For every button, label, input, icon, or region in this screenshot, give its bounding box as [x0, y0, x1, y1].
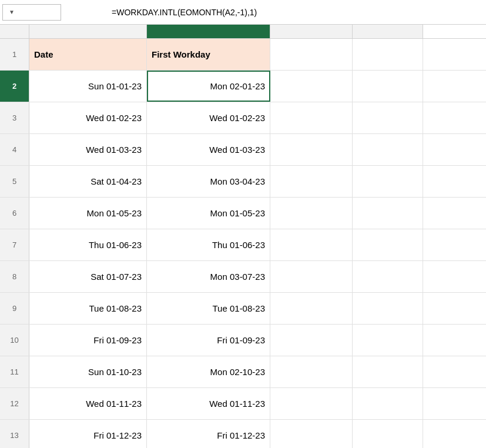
row-number-12: 12	[0, 388, 29, 419]
table-row: 1 Date First Workday	[0, 39, 486, 71]
col-header-d[interactable]	[353, 25, 423, 38]
row-number-4: 4	[0, 134, 29, 165]
cell-c-4[interactable]	[270, 134, 353, 165]
formula-bar-buttons	[65, 6, 106, 19]
cell-d-2[interactable]	[353, 71, 423, 102]
cell-a-13[interactable]: Fri 01-12-23	[29, 420, 147, 448]
cell-d-13[interactable]	[353, 420, 423, 448]
cell-d-9[interactable]	[353, 293, 423, 324]
cell-c-12[interactable]	[270, 388, 353, 419]
cell-c-5[interactable]	[270, 166, 353, 197]
cell-c-6[interactable]	[270, 198, 353, 229]
table-row: 9 Tue 01-08-23 Tue 01-08-23	[0, 293, 486, 325]
column-headers-row	[0, 25, 486, 39]
cell-b-9[interactable]: Tue 01-08-23	[147, 293, 270, 324]
cell-c-7[interactable]	[270, 229, 353, 260]
cell-d-12[interactable]	[353, 388, 423, 419]
cell-b-7[interactable]: Thu 01-06-23	[147, 229, 270, 260]
table-row: 2 Sun 01-01-23 Mon 02-01-23	[0, 71, 486, 102]
cell-d-8[interactable]	[353, 261, 423, 292]
cell-d-11[interactable]	[353, 356, 423, 387]
cell-name-box[interactable]: ▼	[2, 4, 61, 21]
table-row: 12 Wed 01-11-23 Wed 01-11-23	[0, 388, 486, 420]
cell-a-10[interactable]: Fri 01-09-23	[29, 325, 147, 356]
cell-d-3[interactable]	[353, 102, 423, 133]
cell-a-1[interactable]: Date	[29, 39, 147, 70]
table-row: 10 Fri 01-09-23 Fri 01-09-23	[0, 325, 486, 356]
row-number-1: 1	[0, 39, 29, 70]
cell-d-1[interactable]	[353, 39, 423, 70]
cell-a-7[interactable]: Thu 01-06-23	[29, 229, 147, 260]
formula-cancel-button[interactable]	[79, 6, 92, 19]
cell-b-13[interactable]: Fri 01-12-23	[147, 420, 270, 448]
table-row: 5 Sat 01-04-23 Mon 03-04-23	[0, 166, 486, 198]
col-header-a[interactable]	[29, 25, 147, 38]
cell-d-6[interactable]	[353, 198, 423, 229]
table-row: 11 Sun 01-10-23 Mon 02-10-23	[0, 356, 486, 388]
cell-a-2[interactable]: Sun 01-01-23	[29, 71, 147, 102]
cell-b-3[interactable]: Wed 01-02-23	[147, 102, 270, 133]
cell-b-2[interactable]: Mon 02-01-23	[147, 71, 270, 102]
cell-c-9[interactable]	[270, 293, 353, 324]
cell-a-5[interactable]: Sat 01-04-23	[29, 166, 147, 197]
cell-b-1[interactable]: First Workday	[147, 39, 270, 70]
cell-a-6[interactable]: Mon 01-05-23	[29, 198, 147, 229]
cell-b-5[interactable]: Mon 03-04-23	[147, 166, 270, 197]
cell-c-1[interactable]	[270, 39, 353, 70]
row-number-11: 11	[0, 356, 29, 387]
cell-d-7[interactable]	[353, 229, 423, 260]
cell-a-8[interactable]: Sat 01-07-23	[29, 261, 147, 292]
cell-d-10[interactable]	[353, 325, 423, 356]
row-number-5: 5	[0, 166, 29, 197]
cell-b-8[interactable]: Mon 03-07-23	[147, 261, 270, 292]
cell-b-10[interactable]: Fri 01-09-23	[147, 325, 270, 356]
cell-b-11[interactable]: Mon 02-10-23	[147, 356, 270, 387]
table-row: 4 Wed 01-03-23 Wed 01-03-23	[0, 134, 486, 166]
table-row: 7 Thu 01-06-23 Thu 01-06-23	[0, 229, 486, 261]
row-number-2: 2	[0, 71, 29, 102]
row-number-6: 6	[0, 198, 29, 229]
row-number-13: 13	[0, 420, 29, 448]
row-number-9: 9	[0, 293, 29, 324]
cell-a-12[interactable]: Wed 01-11-23	[29, 388, 147, 419]
cell-b-12[interactable]: Wed 01-11-23	[147, 388, 270, 419]
cell-d-5[interactable]	[353, 166, 423, 197]
name-box-dropdown-icon[interactable]: ▼	[9, 9, 15, 15]
cell-b-6[interactable]: Mon 01-05-23	[147, 198, 270, 229]
row-number-8: 8	[0, 261, 29, 292]
table-row: 6 Mon 01-05-23 Mon 01-05-23	[0, 198, 486, 229]
corner-header	[0, 25, 29, 38]
grid-rows: 1 Date First Workday 2 Sun 01-01-23 Mon …	[0, 39, 486, 448]
col-header-b[interactable]	[147, 25, 270, 38]
table-row: 13 Fri 01-12-23 Fri 01-12-23	[0, 420, 486, 448]
table-row: 3 Wed 01-02-23 Wed 01-02-23	[0, 102, 486, 134]
row-number-7: 7	[0, 229, 29, 260]
spreadsheet-grid: 1 Date First Workday 2 Sun 01-01-23 Mon …	[0, 25, 486, 448]
row-number-10: 10	[0, 325, 29, 356]
cell-a-11[interactable]: Sun 01-10-23	[29, 356, 147, 387]
cell-c-3[interactable]	[270, 102, 353, 133]
col-header-c[interactable]	[270, 25, 353, 38]
cell-b-4[interactable]: Wed 01-03-23	[147, 134, 270, 165]
cell-d-4[interactable]	[353, 134, 423, 165]
cell-c-2[interactable]	[270, 71, 353, 102]
formula-input[interactable]	[109, 4, 484, 21]
cell-c-13[interactable]	[270, 420, 353, 448]
formula-confirm-button[interactable]	[93, 6, 106, 19]
cell-a-3[interactable]: Wed 01-02-23	[29, 102, 147, 133]
formula-ellipsis-button[interactable]	[65, 6, 78, 19]
table-row: 8 Sat 01-07-23 Mon 03-07-23	[0, 261, 486, 293]
cell-c-10[interactable]	[270, 325, 353, 356]
cell-c-8[interactable]	[270, 261, 353, 292]
row-number-3: 3	[0, 102, 29, 133]
cell-a-4[interactable]: Wed 01-03-23	[29, 134, 147, 165]
formula-bar: ▼	[0, 0, 486, 25]
cell-a-9[interactable]: Tue 01-08-23	[29, 293, 147, 324]
cell-c-11[interactable]	[270, 356, 353, 387]
